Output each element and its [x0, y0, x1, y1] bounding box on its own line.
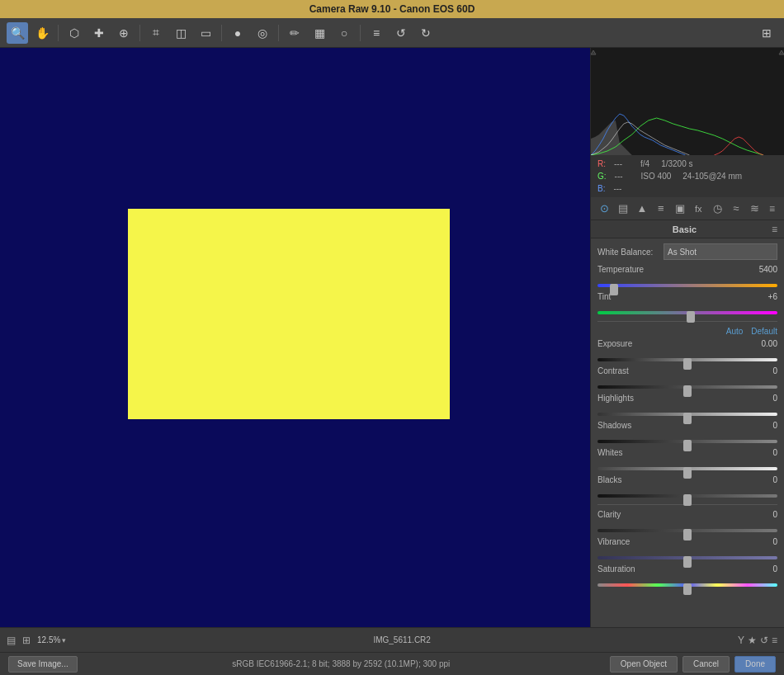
- whites-label: Whites: [597, 448, 664, 457]
- straighten-tool[interactable]: ◫: [170, 22, 191, 44]
- tab-lens-corrections-icon[interactable]: fx: [690, 200, 707, 218]
- shadows-value: 0: [748, 421, 777, 430]
- toolbar-separator-3: [221, 25, 222, 41]
- basic-panel-header: Basic ≡: [591, 220, 784, 238]
- auto-default-row: Auto Default: [597, 327, 777, 336]
- rating-icon[interactable]: ★: [748, 635, 757, 646]
- transform-tool[interactable]: ▭: [195, 22, 216, 44]
- targeted-adjust-tool[interactable]: ⊕: [113, 22, 135, 44]
- adjustment-brush[interactable]: ✏: [284, 22, 305, 44]
- iso-value: ISO 400: [641, 170, 672, 182]
- tab-camera-calibration-icon[interactable]: ≈: [727, 200, 744, 218]
- rotate-icon[interactable]: ↺: [760, 635, 768, 646]
- b-value: ---: [613, 182, 621, 195]
- zoom-tool[interactable]: 🔍: [7, 22, 28, 44]
- whites-slider[interactable]: [597, 467, 777, 470]
- title-text: Camera Raw 9.10 - Canon EOS 60D: [309, 3, 475, 15]
- auto-btn[interactable]: Auto: [726, 327, 744, 336]
- white-balance-tool[interactable]: ⬡: [64, 22, 85, 44]
- panel-menu-btn[interactable]: ≡: [765, 201, 779, 216]
- done-button[interactable]: Done: [734, 656, 776, 673]
- blacks-label: Blacks: [597, 475, 664, 484]
- tab-presets-icon[interactable]: ≋: [746, 200, 763, 218]
- clarity-row: Clarity 0: [597, 510, 777, 519]
- panel-tabs: ⊙ ▤ ▲ ≡ ▣ fx ◷ ≈ ≋ ≡: [591, 197, 784, 220]
- color-sampler-tool[interactable]: ✚: [88, 22, 110, 44]
- status-right-icons: Y ★ ↺ ≡: [738, 635, 777, 646]
- color-label-icon[interactable]: Y: [738, 635, 744, 646]
- tab-basic-icon[interactable]: ⊙: [596, 200, 613, 218]
- whites-slider-row: [597, 462, 777, 472]
- tab-effects-icon[interactable]: ◷: [709, 200, 726, 218]
- white-balance-select[interactable]: As Shot Auto Daylight Cloudy Shade Tungs…: [664, 243, 777, 260]
- exposure-row: Exposure 0.00: [597, 339, 777, 348]
- lens-value: 24-105@24 mm: [682, 170, 742, 182]
- shadows-label: Shadows: [597, 421, 664, 430]
- temperature-slider[interactable]: [597, 284, 777, 287]
- clarity-value: 0: [748, 510, 777, 519]
- canvas-area: [0, 48, 590, 627]
- open-full-screen-btn[interactable]: ⊞: [756, 22, 777, 44]
- tab-tone-curve-icon[interactable]: ▤: [615, 200, 632, 218]
- exposure-slider[interactable]: [597, 358, 777, 361]
- rotate-right-btn[interactable]: ↻: [415, 22, 437, 44]
- graduated-filter[interactable]: ▦: [309, 22, 330, 44]
- temperature-slider-row: [597, 279, 777, 289]
- toolbar-separator-4: [278, 25, 279, 41]
- shadows-slider[interactable]: [597, 440, 777, 443]
- filename: IMG_5611.CR2: [73, 635, 731, 644]
- contrast-slider[interactable]: [597, 385, 777, 389]
- default-btn[interactable]: Default: [751, 327, 777, 336]
- radial-filter[interactable]: ○: [333, 22, 355, 44]
- highlights-slider-row: [597, 408, 777, 418]
- histogram-chart: [591, 48, 784, 155]
- blacks-value: 0: [748, 475, 777, 484]
- contrast-value: 0: [748, 366, 777, 375]
- basic-panel-menu-icon[interactable]: ≡: [772, 224, 777, 235]
- hand-tool[interactable]: ✋: [31, 22, 53, 44]
- crop-tool[interactable]: ⌗: [145, 22, 167, 44]
- highlights-label: Highlights: [597, 394, 664, 403]
- shadows-slider-row: [597, 435, 777, 445]
- contrast-slider-row: [597, 380, 777, 390]
- rgb-info: R: --- f/4 1/3200 s G: --- ISO 400 24-10…: [591, 155, 784, 197]
- zoom-value: 12.5%: [37, 635, 60, 644]
- panel-toggle-icon[interactable]: ≡: [772, 635, 777, 646]
- toolbar-separator-2: [139, 25, 140, 41]
- highlights-value: 0: [748, 394, 777, 403]
- grid-icon[interactable]: ⊞: [22, 635, 31, 646]
- cancel-button[interactable]: Cancel: [682, 656, 730, 673]
- vibrance-slider-row: [597, 551, 777, 561]
- vibrance-slider[interactable]: [597, 556, 777, 559]
- tint-slider[interactable]: [597, 311, 777, 314]
- g-label: G:: [597, 170, 607, 182]
- zoom-display: 12.5% ▾: [37, 635, 66, 644]
- save-image-button[interactable]: Save Image...: [8, 656, 78, 673]
- rotate-left-btn[interactable]: ↺: [390, 22, 412, 44]
- filmstrip-icon[interactable]: ▤: [7, 635, 16, 646]
- red-eye-tool[interactable]: ◎: [252, 22, 273, 44]
- white-balance-label: White Balance:: [597, 248, 664, 257]
- saturation-slider[interactable]: [597, 583, 777, 587]
- contrast-label: Contrast: [597, 366, 664, 375]
- vibrance-label: Vibrance: [597, 537, 664, 546]
- spot-removal-tool[interactable]: ●: [227, 22, 248, 44]
- clarity-slider[interactable]: [597, 529, 777, 532]
- histogram-area: [591, 48, 784, 155]
- preferences-btn[interactable]: ≡: [366, 22, 387, 44]
- tint-slider-row: [597, 306, 777, 316]
- temperature-label: Temperature: [597, 265, 664, 274]
- tab-hsl-icon[interactable]: ≡: [652, 200, 669, 218]
- tab-detail-icon[interactable]: ▲: [634, 200, 651, 218]
- blacks-slider[interactable]: [597, 494, 777, 498]
- tint-label: Tint: [597, 292, 664, 301]
- basic-panel-title: Basic: [597, 224, 772, 234]
- open-object-button[interactable]: Open Object: [610, 656, 678, 673]
- blacks-slider-row: [597, 489, 777, 499]
- tab-split-toning-icon[interactable]: ▣: [671, 200, 688, 218]
- svg-rect-0: [591, 48, 784, 155]
- zoom-dropdown-arrow[interactable]: ▾: [62, 636, 66, 644]
- highlights-slider[interactable]: [597, 413, 777, 416]
- right-panel: R: --- f/4 1/3200 s G: --- ISO 400 24-10…: [590, 48, 784, 627]
- whites-value: 0: [748, 448, 777, 457]
